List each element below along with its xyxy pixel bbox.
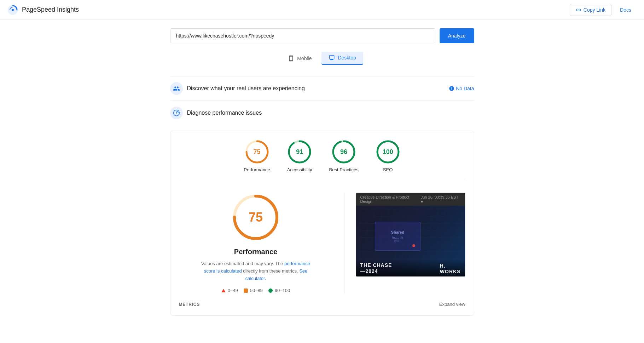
legend-bad-label: 0–49 <box>228 288 238 293</box>
screenshot-content: Shared Inv... de Pro... THE CHASE—2024 <box>356 206 465 276</box>
info-icon <box>449 86 454 91</box>
analyze-button[interactable]: Analyze <box>440 28 474 43</box>
diagnose-section: Diagnose performance issues <box>170 101 474 125</box>
mobile-icon <box>288 55 294 62</box>
seo-circle: 100 <box>376 139 400 164</box>
legend-medium-label: 50–89 <box>250 288 263 293</box>
docs-button[interactable]: Docs <box>614 4 637 16</box>
score-item-seo[interactable]: 100 SEO <box>376 139 400 172</box>
header: PageSpeed Insights Copy Link Docs <box>0 0 644 20</box>
app-title: PageSpeed Insights <box>22 6 79 13</box>
diagnose-icon <box>170 107 183 119</box>
legend-good-icon <box>268 288 273 293</box>
detail-desc-text2: directly from these metrics. <box>243 268 299 274</box>
docs-label: Docs <box>620 7 631 13</box>
score-card: 75 Performance 91 Accessibility <box>170 131 474 316</box>
vertical-divider <box>344 193 344 293</box>
seo-label: SEO <box>383 167 393 172</box>
detail-performance-title: Performance <box>234 248 277 256</box>
best-practices-score: 96 <box>340 148 347 156</box>
legend-item-medium: 50–89 <box>244 288 263 293</box>
metrics-footer: METRICS Expand view <box>179 296 465 307</box>
logo-area: PageSpeed Insights <box>7 4 79 16</box>
score-item-best-practices[interactable]: 96 Best Practices <box>329 139 359 172</box>
screenshot-bar-left: Creative Direction & Product Design <box>360 195 421 204</box>
score-item-accessibility[interactable]: 91 Accessibility <box>287 139 312 172</box>
screenshot-container: Creative Direction & Product Design Jun … <box>356 193 465 277</box>
url-bar: Analyze <box>170 28 474 43</box>
detail-right: Creative Direction & Product Design Jun … <box>356 193 465 293</box>
legend-medium-icon <box>244 288 248 293</box>
accessibility-label: Accessibility <box>287 167 312 172</box>
best-practices-circle: 96 <box>331 139 356 164</box>
header-actions: Copy Link Docs <box>570 4 637 16</box>
performance-score: 75 <box>254 148 261 156</box>
no-data-badge[interactable]: No Data <box>449 86 474 91</box>
big-performance-circle: 75 <box>231 193 280 242</box>
detail-left: 75 Performance Values are estimated and … <box>179 193 333 293</box>
tab-mobile-label: Mobile <box>297 56 312 61</box>
desktop-icon <box>329 55 335 61</box>
performance-label: Performance <box>244 167 270 172</box>
svg-point-3 <box>176 112 177 113</box>
detail-desc-text1: Values are estimated and may vary. The <box>201 261 283 266</box>
analyze-label: Analyze <box>448 33 466 39</box>
accessibility-score: 91 <box>296 148 303 156</box>
screenshot-bar-right: Jun 26, 03:39:36 EST ● <box>421 195 461 204</box>
tab-desktop-label: Desktop <box>338 55 356 61</box>
real-users-title: Discover what your real users are experi… <box>187 85 305 92</box>
svg-point-1 <box>12 9 14 11</box>
no-data-label: No Data <box>456 86 474 91</box>
tab-mobile[interactable]: Mobile <box>281 52 319 65</box>
main-content: Analyze Mobile Desktop Discover what you… <box>163 20 481 324</box>
copy-link-button[interactable]: Copy Link <box>570 4 611 16</box>
score-legend: 0–49 50–89 90–100 <box>221 288 290 293</box>
real-users-section: Discover what your real users are experi… <box>170 76 474 101</box>
screenshot-bar: Creative Direction & Product Design Jun … <box>356 193 465 206</box>
pagespeed-logo-icon <box>7 4 18 16</box>
legend-item-good: 90–100 <box>268 288 290 293</box>
detail-desc: Values are estimated and may vary. The p… <box>196 260 316 282</box>
accessibility-circle: 91 <box>287 139 312 164</box>
best-practices-label: Best Practices <box>329 167 359 172</box>
legend-item-bad: 0–49 <box>221 288 238 293</box>
legend-good-label: 90–100 <box>275 288 290 293</box>
legend-bad-icon <box>221 289 226 292</box>
tab-desktop[interactable]: Desktop <box>321 52 363 65</box>
performance-circle: 75 <box>245 139 269 164</box>
link-icon <box>576 7 581 13</box>
score-item-performance[interactable]: 75 Performance <box>244 139 270 172</box>
screenshot-big-text-left: THE CHASE—2024 <box>360 262 392 274</box>
big-performance-score: 75 <box>249 210 263 225</box>
device-tabs: Mobile Desktop <box>170 52 474 65</box>
diagnose-title: Diagnose performance issues <box>187 110 262 116</box>
seo-score: 100 <box>383 148 393 156</box>
screenshot-big-text-right: H.WORKS <box>440 263 461 274</box>
real-users-icon <box>170 82 183 95</box>
detail-section: 75 Performance Values are estimated and … <box>179 181 465 293</box>
copy-link-label: Copy Link <box>584 7 605 13</box>
metrics-label: METRICS <box>179 302 200 307</box>
url-input[interactable] <box>170 28 435 43</box>
expand-view-button[interactable]: Expand view <box>439 302 465 307</box>
scores-row: 75 Performance 91 Accessibility <box>179 139 465 181</box>
